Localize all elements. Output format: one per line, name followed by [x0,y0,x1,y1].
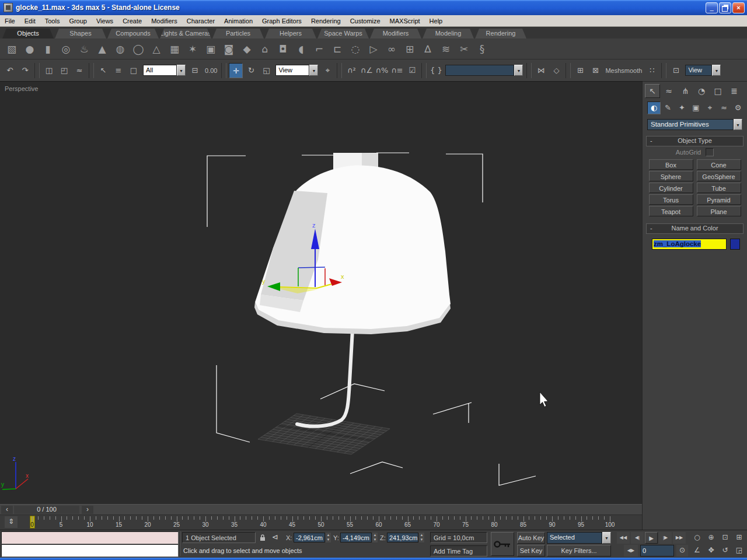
menu-group[interactable]: Group [64,16,92,26]
command-tab-modify[interactable]: ≈ [661,84,676,98]
keyboard-shortcut-override-toggle-button[interactable]: ☑ [405,63,419,78]
create-torus-button[interactable]: Torus [649,194,693,205]
command-tab-motion[interactable]: ◔ [694,84,709,98]
unlink-selection-button[interactable]: ◰ [57,63,71,78]
menu-graph-editors[interactable]: Graph Editors [257,16,306,26]
chevron-down-icon[interactable]: ▼ [712,65,721,76]
primitive-box-icon[interactable]: ▧ [4,41,20,57]
category-helpers-icon[interactable]: ⌖ [703,102,717,114]
key-filters-button[interactable]: Key Filters... [547,545,611,556]
set-keys-button[interactable] [491,532,514,556]
command-tab-utilities[interactable]: ≣ [727,84,742,98]
autogrid-checkbox[interactable] [706,148,714,156]
open-mini-curve-editor-button[interactable]: ⇕ [5,516,18,528]
select-and-scale-button[interactable]: ◱ [259,63,273,78]
tab-space-warps[interactable]: Space Warps [317,29,369,38]
mirror-button[interactable]: ⋈ [534,63,548,78]
bell-model[interactable] [254,153,451,334]
create-geosphere-button[interactable]: GeoSphere [697,171,741,181]
curve-editor-button[interactable]: ⊞ [573,63,587,78]
primitive-tube-icon[interactable]: ◯ [130,41,146,57]
category-systems-icon[interactable]: ⚙ [731,102,745,114]
spinner-snap-toggle-button[interactable]: ∩≡ [390,63,404,78]
create-cylinder-button[interactable]: Cylinder [649,183,693,193]
category-geometry-icon[interactable]: ◐ [647,102,661,114]
tab-particles[interactable]: Particles [212,29,264,38]
render-scene-button[interactable]: ⊡ [669,63,683,78]
menu-create[interactable]: Create [118,16,146,26]
y-coord-field[interactable]: -4,149cm [340,533,372,542]
select-and-rotate-button[interactable]: ↻ [244,63,258,78]
schematic-view-button[interactable]: ⊠ [588,63,602,78]
primitive-torus-icon[interactable]: ◎ [58,41,74,57]
zoom-extents-all-button[interactable]: ⊞ [732,532,746,544]
tab-objects[interactable]: Objects [2,29,54,38]
z-spinner[interactable]: ▲▼ [419,533,424,542]
menu-tools[interactable]: Tools [40,16,65,26]
primitive-torus-knot-icon[interactable]: ∞ [383,41,400,57]
angle-snap-toggle-button[interactable]: ∩∠ [359,63,374,78]
category-shapes-icon[interactable]: ✎ [661,102,675,114]
primitive-plane-icon[interactable]: ▦ [166,41,183,57]
category-cameras-icon[interactable]: ▣ [689,102,703,114]
close-button[interactable]: × [732,2,745,13]
bell-rope[interactable] [297,330,352,426]
tab-modeling[interactable]: Modeling [423,29,474,38]
menu-character[interactable]: Character [182,16,219,26]
viewport-label[interactable]: Perspective [5,85,38,92]
primitive-scissors-icon[interactable]: ✂ [456,41,472,57]
x-coord-field[interactable]: -2,961cm [294,533,325,542]
primitive-cone-icon[interactable]: ▲ [94,41,110,57]
create-plane-button[interactable]: Plane [697,206,741,216]
zoom-button[interactable]: ○ [690,532,704,544]
redo-button[interactable]: ↷ [18,63,32,78]
menu-customize[interactable]: Customize [345,16,385,26]
chevron-down-icon[interactable]: ▼ [309,65,318,76]
chevron-down-icon[interactable]: ▼ [177,65,186,76]
primitive-prism-icon[interactable]: ▷ [365,41,382,57]
menu-file[interactable]: File [0,16,20,26]
perspective-viewport[interactable]: Perspective [0,82,642,504]
primitive-cylinder-icon[interactable]: ▮ [40,41,56,57]
snap-toggle-3d-button[interactable]: ∩² [344,63,358,78]
create-pyramid-button[interactable]: Pyramid [697,194,741,205]
primitive-ring-wave-icon[interactable]: ◌ [347,41,364,57]
render-type-dropdown[interactable]: View▼ [685,65,721,76]
primitive-chamfer-box-icon[interactable]: ▣ [203,41,219,57]
snap-spinner-label[interactable]: 0.00 [205,67,217,74]
absolute-mode-icon[interactable]: ⊲ [272,533,278,541]
category-space-warps-icon[interactable]: ≈ [717,102,731,114]
z-coord-field[interactable]: 241,93cm [387,533,418,542]
y-spinner[interactable]: ▲▼ [372,533,378,542]
create-sphere-button[interactable]: Sphere [649,171,693,181]
track-bar[interactable]: ⇕ 05101520253035404550556065707580859095… [0,514,642,530]
name-color-rollout-header[interactable]: - Name and Color [646,223,743,234]
object-color-swatch[interactable] [730,239,740,250]
next-frame-button[interactable]: |▶ [659,532,672,544]
meshsmooth-label[interactable]: Meshsmooth [605,67,642,74]
min-max-toggle-button[interactable]: ◲ [732,545,746,556]
primitive-capsule-icon[interactable]: ◖ [293,41,309,57]
create-cone-button[interactable]: Cone [697,159,741,170]
set-key-button[interactable]: Set Key [517,545,545,556]
rectangular-selection-region-button[interactable]: □ [127,63,141,78]
tab-compounds[interactable]: Compounds [107,29,159,38]
primitive-nurbs-surface-icon[interactable]: ≋ [438,41,454,57]
maxscript-mini-listener-input[interactable] [1,544,179,557]
primitive-c-ext-icon[interactable]: ⊏ [329,41,345,57]
primitive-oil-tank-icon[interactable]: ◙ [221,41,237,57]
menu-views[interactable]: Views [92,16,118,26]
tab-shapes[interactable]: Shapes [55,29,106,38]
command-tab-display[interactable]: □ [710,84,725,98]
add-time-tag-button[interactable]: Add Time Tag [430,545,487,556]
primitive-tri-patch-icon[interactable]: ∆ [420,41,436,57]
field-of-view-button[interactable]: ∠ [690,545,704,556]
window-crossing-toggle-button[interactable]: ⊟ [188,63,202,78]
primitive-quad-patch-icon[interactable]: ⊞ [402,41,418,57]
primitive-sphere-icon[interactable]: ● [22,41,38,57]
current-frame-field[interactable]: 0 [640,545,674,556]
zoom-extents-button[interactable]: ⊡ [718,532,732,544]
primitive-chamfer-cylinder-icon[interactable]: ◘ [275,41,291,57]
menu-help[interactable]: Help [425,16,448,26]
undo-button[interactable]: ↶ [3,63,17,78]
